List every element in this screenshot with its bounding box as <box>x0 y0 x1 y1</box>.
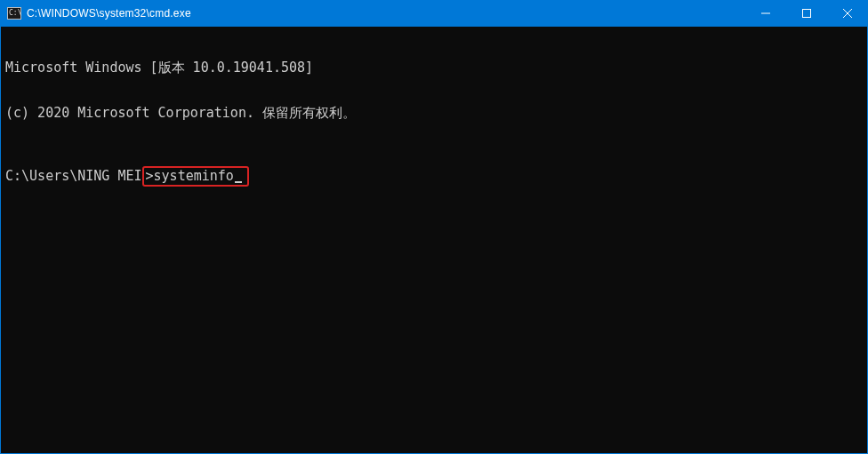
maximize-button[interactable] <box>786 0 827 27</box>
prompt-path: C:\Users\NING MEI <box>5 169 142 184</box>
command-highlight-box: >systeminfo <box>142 166 249 187</box>
window-title: C:\WINDOWS\system32\cmd.exe <box>27 7 191 20</box>
terminal-output-area[interactable]: Microsoft Windows [版本 10.0.19041.508] (c… <box>0 27 868 454</box>
svg-rect-3 <box>803 10 811 18</box>
svg-text:C:\: C:\ <box>9 9 21 17</box>
cmd-icon: C:\ <box>7 6 21 20</box>
prompt-line: C:\Users\NING MEI>systeminfo <box>5 166 863 187</box>
version-line: Microsoft Windows [版本 10.0.19041.508] <box>5 60 863 76</box>
typed-command[interactable]: systeminfo <box>154 169 234 184</box>
maximize-icon <box>802 9 811 18</box>
minimize-icon <box>761 9 770 18</box>
prompt-char: > <box>146 169 154 184</box>
copyright-line: (c) 2020 Microsoft Corporation. 保留所有权利。 <box>5 106 863 121</box>
close-icon <box>843 9 852 18</box>
minimize-button[interactable] <box>745 0 786 27</box>
window-titlebar[interactable]: C:\ C:\WINDOWS\system32\cmd.exe <box>0 0 868 27</box>
close-button[interactable] <box>827 0 868 27</box>
text-cursor <box>235 181 242 183</box>
